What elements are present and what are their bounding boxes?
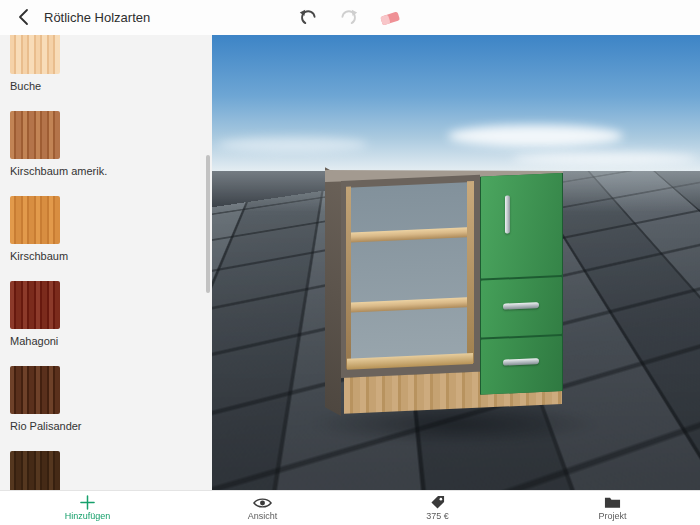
eraser-button[interactable]	[377, 8, 403, 28]
wood-item[interactable]: Kirschbaum amerik.	[10, 111, 198, 178]
cabinet-inner-wall-left	[346, 187, 351, 369]
cabinet-left-side-panel	[325, 167, 341, 416]
undo-icon	[299, 9, 318, 26]
eye-icon	[253, 495, 272, 510]
tab-label: Projekt	[598, 511, 626, 521]
wood-item[interactable]: Mahagoni	[10, 281, 198, 348]
sidebar-wood-materials: BucheKirschbaum amerik.KirschbaumMahagon…	[0, 35, 212, 490]
tab-label: Ansicht	[248, 511, 278, 521]
price-tag-icon	[430, 495, 445, 510]
tab-price[interactable]: 375 €	[350, 491, 525, 525]
cabinet-open-shelves[interactable]	[341, 175, 480, 378]
tab-label: 375 €	[426, 511, 449, 521]
cabinet-model[interactable]	[212, 35, 700, 490]
back-icon	[18, 8, 29, 26]
cabinet-door[interactable]	[481, 173, 562, 279]
wood-label: Kirschbaum	[10, 250, 198, 263]
tab-ansicht[interactable]: Ansicht	[175, 491, 350, 525]
wood-label: Buche	[10, 80, 198, 93]
wood-label: Rio Palisander	[10, 420, 198, 433]
undo-button[interactable]	[297, 7, 320, 28]
topbar: Rötliche Holzarten	[0, 0, 700, 35]
cabinet-front	[341, 171, 563, 415]
cabinet-inner-wall-right	[467, 181, 474, 363]
history-tools	[297, 0, 403, 35]
wood-item[interactable]: Buche	[10, 35, 198, 93]
wood-item[interactable]	[10, 451, 198, 490]
tab-hinzufuegen[interactable]: Hinzufügen	[0, 491, 175, 525]
eraser-icon	[379, 10, 401, 26]
drawer-handle[interactable]	[503, 358, 539, 366]
cabinet-green-fronts[interactable]	[480, 173, 563, 395]
back-button[interactable]	[12, 8, 34, 28]
plus-icon	[80, 495, 95, 510]
folder-icon	[604, 495, 621, 510]
cabinet-interior-back	[347, 182, 473, 369]
wood-label: Mahagoni	[10, 335, 198, 348]
redo-icon	[339, 9, 358, 26]
wood-item[interactable]: Rio Palisander	[10, 366, 198, 433]
wood-swatch[interactable]	[10, 111, 60, 159]
tab-projekt[interactable]: Projekt	[525, 491, 700, 525]
bottom-tabbar: Hinzufügen Ansicht 375 €	[0, 490, 700, 525]
cabinet-drawer[interactable]	[481, 336, 562, 395]
wood-swatch[interactable]	[10, 451, 60, 490]
tab-label: Hinzufügen	[65, 511, 111, 521]
3d-viewport[interactable]	[212, 35, 700, 490]
wood-list: BucheKirschbaum amerik.KirschbaumMahagon…	[10, 35, 198, 490]
redo-button[interactable]	[337, 7, 360, 28]
app: Rötliche Holzarten	[0, 0, 700, 525]
wood-swatch[interactable]	[10, 196, 60, 244]
cabinet-drawer[interactable]	[481, 277, 562, 338]
wood-swatch[interactable]	[10, 366, 60, 414]
scrollbar-thumb[interactable]	[206, 155, 210, 293]
wood-item[interactable]: Kirschbaum	[10, 196, 198, 263]
door-handle[interactable]	[505, 195, 510, 233]
page-title: Rötliche Holzarten	[44, 10, 150, 25]
wood-swatch[interactable]	[10, 281, 60, 329]
wood-swatch[interactable]	[10, 35, 60, 74]
drawer-handle[interactable]	[503, 302, 539, 310]
wood-label: Kirschbaum amerik.	[10, 165, 198, 178]
